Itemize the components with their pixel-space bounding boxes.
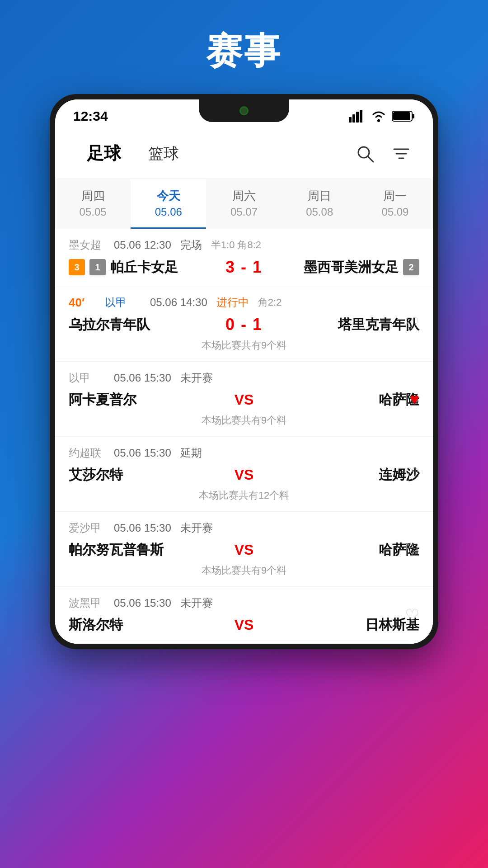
match-body-1: 3 1 帕丘卡女足 3 - 1 墨西哥美洲女足 2 bbox=[69, 258, 419, 277]
filter-icon bbox=[391, 144, 411, 164]
home-rank-badge: 3 bbox=[69, 259, 85, 275]
match-datetime: 05.06 12:30 bbox=[114, 239, 171, 251]
vs-text: VS bbox=[235, 617, 254, 633]
filter-button[interactable] bbox=[388, 140, 415, 167]
match-status: 延期 bbox=[180, 446, 202, 460]
home-team: 3 1 帕丘卡女足 bbox=[69, 258, 217, 277]
notch bbox=[199, 99, 289, 122]
home-team-name: 斯洛尔特 bbox=[69, 616, 123, 634]
home-team-name: 乌拉尔青年队 bbox=[69, 316, 150, 334]
score-text: 3 - 1 bbox=[225, 258, 263, 277]
away-team: 哈萨隆 bbox=[271, 541, 419, 559]
tab-football[interactable]: 足球 bbox=[73, 137, 135, 170]
table-row[interactable]: 爱沙甲 05.06 15:30 未开赛 帕尔努瓦普鲁斯 VS 哈萨隆 bbox=[55, 512, 433, 587]
home-team: 艾莎尔特 bbox=[69, 466, 217, 484]
tab-sunday[interactable]: 周日 05.08 bbox=[282, 179, 357, 229]
home-team-name: 帕丘卡女足 bbox=[110, 258, 178, 277]
app-title-area: 赛事 bbox=[0, 0, 488, 94]
league-name: 以甲 bbox=[69, 371, 105, 385]
score-text: 0 - 1 bbox=[225, 315, 263, 334]
match-corners: 半1:0 角8:2 bbox=[211, 238, 261, 252]
score-area: VS bbox=[217, 617, 271, 633]
match-extra: 本场比赛共有9个料 bbox=[69, 564, 419, 577]
score-area: 3 - 1 bbox=[217, 258, 271, 277]
favorite-button[interactable]: ♥ bbox=[410, 390, 419, 409]
home-team-name: 艾莎尔特 bbox=[69, 466, 123, 484]
match-datetime: 05.06 15:30 bbox=[114, 372, 171, 384]
league-name: 波黑甲 bbox=[69, 596, 105, 610]
table-row[interactable]: 墨女超 05.06 12:30 完场 半1:0 角8:2 3 1 帕丘卡女足 3… bbox=[55, 229, 433, 286]
favorite-button[interactable]: ♡ bbox=[405, 540, 419, 559]
match-extra: 本场比赛共有9个料 bbox=[69, 339, 419, 352]
status-time: 12:34 bbox=[73, 108, 108, 124]
phone-inner: 12:34 bbox=[55, 99, 433, 644]
home-team: 帕尔努瓦普鲁斯 bbox=[69, 541, 217, 559]
vs-text: VS bbox=[235, 392, 254, 408]
score-area: 0 - 1 bbox=[217, 315, 271, 334]
app-title: 赛事 bbox=[206, 31, 282, 71]
home-rank-badge-2: 1 bbox=[89, 259, 106, 275]
match-status: 进行中 bbox=[216, 295, 249, 310]
match-header-6: 波黑甲 05.06 15:30 未开赛 bbox=[69, 596, 419, 610]
match-header-4: 约超联 05.06 15:30 延期 bbox=[69, 446, 419, 460]
away-team: 日林斯基 bbox=[271, 616, 419, 634]
signal-icon bbox=[349, 110, 365, 123]
table-row[interactable]: 以甲 05.06 15:30 未开赛 阿卡夏普尔 VS 哈萨隆 bbox=[55, 362, 433, 437]
tab-monday[interactable]: 周一 05.09 bbox=[357, 179, 433, 229]
match-status: 未开赛 bbox=[180, 596, 213, 610]
svg-line-9 bbox=[368, 156, 373, 162]
match-datetime: 05.06 15:30 bbox=[114, 597, 171, 609]
match-status: 未开赛 bbox=[180, 521, 213, 535]
match-corners: 角2:2 bbox=[258, 296, 282, 309]
match-header-5: 爱沙甲 05.06 15:30 未开赛 bbox=[69, 521, 419, 535]
home-team-name: 帕尔努瓦普鲁斯 bbox=[69, 541, 164, 559]
away-team-name: 墨西哥美洲女足 bbox=[304, 258, 399, 277]
sport-tabs: 足球 篮球 bbox=[55, 128, 433, 179]
vs-text: VS bbox=[235, 542, 254, 558]
search-button[interactable] bbox=[352, 140, 379, 167]
favorite-button[interactable]: ♡ bbox=[405, 314, 419, 333]
svg-rect-0 bbox=[349, 117, 352, 123]
match-body-5: 帕尔努瓦普鲁斯 VS 哈萨隆 bbox=[69, 541, 419, 559]
match-header-2: 40′ 以甲 05.06 14:30 进行中 角2:2 bbox=[69, 295, 419, 310]
table-row[interactable]: 40′ 以甲 05.06 14:30 进行中 角2:2 乌拉尔青年队 0 - 1 bbox=[55, 286, 433, 362]
svg-point-4 bbox=[377, 119, 380, 122]
match-status: 未开赛 bbox=[180, 371, 213, 385]
wifi-icon bbox=[371, 110, 387, 123]
notch-camera bbox=[239, 106, 249, 115]
favorite-button[interactable]: ♡ bbox=[405, 465, 419, 484]
vs-text: VS bbox=[235, 467, 254, 483]
match-status: 完场 bbox=[180, 238, 202, 252]
away-rank-badge: 2 bbox=[403, 259, 419, 275]
match-header-3: 以甲 05.06 15:30 未开赛 bbox=[69, 371, 419, 385]
away-team: 塔里克青年队 bbox=[271, 316, 419, 334]
main-content: 足球 篮球 bbox=[55, 128, 433, 644]
league-name: 以甲 bbox=[105, 295, 141, 310]
tab-basketball[interactable]: 篮球 bbox=[135, 139, 192, 169]
match-datetime: 05.06 14:30 bbox=[150, 296, 207, 309]
match-extra: 本场比赛共有9个料 bbox=[69, 414, 419, 427]
match-body-4: 艾莎尔特 VS 连姆沙 bbox=[69, 466, 419, 484]
home-team: 乌拉尔青年队 bbox=[69, 316, 217, 334]
table-row[interactable]: 约超联 05.06 15:30 延期 艾莎尔特 VS 连姆沙 bbox=[55, 437, 433, 512]
home-team: 斯洛尔特 bbox=[69, 616, 217, 634]
match-datetime: 05.06 15:30 bbox=[114, 522, 171, 534]
search-icon bbox=[355, 144, 375, 164]
table-row[interactable]: 波黑甲 05.06 15:30 未开赛 斯洛尔特 VS 日林斯基 bbox=[55, 587, 433, 644]
home-team: 阿卡夏普尔 bbox=[69, 391, 217, 409]
league-name: 约超联 bbox=[69, 446, 105, 460]
svg-rect-1 bbox=[352, 114, 355, 123]
score-area: VS bbox=[217, 467, 271, 483]
score-area: VS bbox=[217, 542, 271, 558]
sport-icons bbox=[352, 140, 415, 167]
match-extra: 本场比赛共有12个料 bbox=[69, 489, 419, 502]
tab-today[interactable]: 今天 05.06 bbox=[131, 179, 206, 229]
svg-rect-2 bbox=[356, 112, 359, 123]
away-team: 墨西哥美洲女足 2 bbox=[271, 258, 419, 277]
tab-saturday[interactable]: 周六 05.07 bbox=[206, 179, 282, 229]
favorite-button[interactable]: ♡ bbox=[405, 606, 419, 625]
tab-thursday[interactable]: 周四 05.05 bbox=[55, 179, 131, 229]
battery-icon bbox=[392, 110, 415, 122]
svg-rect-3 bbox=[360, 110, 362, 123]
match-body-2: 乌拉尔青年队 0 - 1 塔里克青年队 bbox=[69, 315, 419, 334]
